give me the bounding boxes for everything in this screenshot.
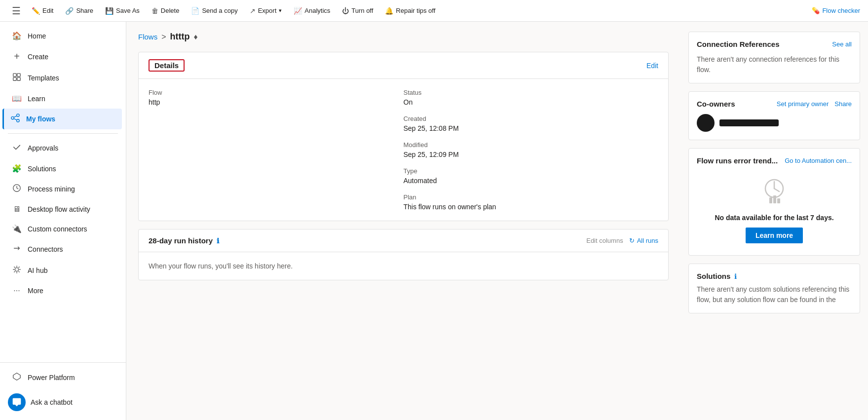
diamond-icon[interactable]: ♦ xyxy=(194,33,198,41)
edit-columns-button[interactable]: Edit columns xyxy=(586,237,623,244)
run-history-title: 28-day run history ℹ xyxy=(149,236,219,245)
toolbar: ☰ ✏️ Edit 🔗 Share 💾 Save As 🗑 Delete 📄 S… xyxy=(0,0,868,22)
see-all-button[interactable]: See all xyxy=(832,40,852,48)
automation-center-link[interactable]: Go to Automation cen... xyxy=(785,157,852,164)
set-primary-owner-button[interactable]: Set primary owner xyxy=(777,100,829,108)
connectors-icon xyxy=(12,244,22,255)
turn-off-icon: ⏻ xyxy=(342,7,349,15)
svg-rect-12 xyxy=(769,197,772,203)
modified-field: Modified Sep 25, 12:09 PM xyxy=(404,141,659,158)
run-info-icon[interactable]: ℹ xyxy=(217,237,219,245)
export-chevron-icon: ▾ xyxy=(279,7,282,14)
export-button[interactable]: ↗ Export ▾ xyxy=(245,4,287,18)
details-body: Flow http Status On Created Sep 25, 12:0… xyxy=(139,79,668,221)
create-icon: + xyxy=(12,51,22,62)
sidebar-item-my-flows[interactable]: My flows xyxy=(2,109,122,129)
sidebar-item-create[interactable]: + Create xyxy=(4,46,122,67)
svg-line-8 xyxy=(14,118,16,120)
no-data-text: No data available for the last 7 days. xyxy=(715,214,833,222)
breadcrumb-current-flow: htttp xyxy=(170,32,190,42)
details-header: Details Edit xyxy=(139,52,668,79)
plan-label: Plan xyxy=(404,193,659,201)
sidebar-item-ai-hub[interactable]: AI hub xyxy=(4,260,122,281)
home-icon: 🏠 xyxy=(12,31,22,40)
my-flows-icon xyxy=(10,114,20,124)
send-copy-button[interactable]: 📄 Send a copy xyxy=(186,4,242,18)
svg-rect-3 xyxy=(17,77,20,80)
sidebar-bottom: Power Platform Ask a chatbot xyxy=(0,362,126,420)
type-field: Type Automated xyxy=(404,167,659,185)
sidebar-item-desktop-flow-activity[interactable]: 🖥 Desktop flow activity xyxy=(4,200,122,219)
sidebar-item-process-mining[interactable]: Process mining xyxy=(4,179,122,199)
created-value: Sep 25, 12:08 PM xyxy=(404,124,659,132)
chart-placeholder-icon xyxy=(760,177,788,210)
sidebar-item-connectors[interactable]: Connectors xyxy=(4,239,122,260)
sidebar-item-templates[interactable]: Templates xyxy=(4,68,122,88)
type-value: Automated xyxy=(404,177,659,185)
run-history-actions: Edit columns ↻ All runs xyxy=(586,237,658,244)
sidebar-item-power-platform[interactable]: Power Platform xyxy=(4,367,122,388)
status-field: Status On xyxy=(404,89,659,106)
save-as-button[interactable]: 💾 Save As xyxy=(100,4,145,18)
run-history-title-text: 28-day run history xyxy=(149,236,213,245)
svg-rect-0 xyxy=(13,74,16,76)
learn-icon: 📖 xyxy=(12,94,22,103)
turn-off-button[interactable]: ⏻ Turn off xyxy=(337,4,378,18)
edit-button[interactable]: ✏️ Edit xyxy=(27,4,58,18)
refresh-icon: ↻ xyxy=(629,237,635,244)
right-panel: Connection References See all There aren… xyxy=(680,22,868,420)
delete-button[interactable]: 🗑 Delete xyxy=(147,4,185,18)
chatbot-button[interactable]: Ask a chatbot xyxy=(0,388,126,416)
svg-point-4 xyxy=(11,116,14,119)
error-trend-header: Flow runs error trend... Go to Automatio… xyxy=(697,156,852,165)
details-right: Status On Created Sep 25, 12:08 PM Modif… xyxy=(404,89,659,211)
custom-connectors-icon: 🔌 xyxy=(12,224,22,233)
sidebar-item-approvals[interactable]: Approvals xyxy=(4,138,122,158)
flow-checker-button[interactable]: 💊 Flow checker xyxy=(812,7,860,14)
svg-rect-13 xyxy=(773,195,776,203)
solutions-info-icon[interactable]: ℹ xyxy=(734,272,737,280)
svg-rect-2 xyxy=(13,77,16,80)
hamburger-button[interactable]: ☰ xyxy=(8,1,25,21)
breadcrumb-separator: > xyxy=(161,33,166,41)
details-edit-button[interactable]: Edit xyxy=(646,62,658,70)
sidebar-item-solutions[interactable]: 🧩 Solutions xyxy=(4,159,122,178)
run-history-header: 28-day run history ℹ Edit columns ↻ All … xyxy=(139,229,668,252)
plan-value: This flow runs on owner's plan xyxy=(404,203,659,211)
svg-point-6 xyxy=(17,119,19,122)
status-label: Status xyxy=(404,89,659,96)
sidebar-item-custom-connectors[interactable]: 🔌 Custom connectors xyxy=(4,219,122,238)
all-runs-button[interactable]: ↻ All runs xyxy=(629,237,658,244)
sidebar-item-home[interactable]: 🏠 Home xyxy=(4,26,122,45)
solutions-title: Solutions xyxy=(697,272,730,280)
modified-label: Modified xyxy=(404,141,659,149)
error-trend-title: Flow runs error trend... xyxy=(697,156,778,165)
co-owner-name xyxy=(719,119,779,126)
analytics-icon: 📈 xyxy=(294,7,302,15)
learn-more-button[interactable]: Learn more xyxy=(746,228,803,243)
templates-icon xyxy=(12,73,22,83)
repair-tips-button[interactable]: 🔔 Repair tips off xyxy=(380,4,440,18)
created-field: Created Sep 25, 12:08 PM xyxy=(404,115,659,132)
share-button[interactable]: 🔗 Share xyxy=(60,4,98,18)
sidebar-item-learn[interactable]: 📖 Learn xyxy=(4,89,122,108)
sidebar: 🏠 Home + Create Templates 📖 Learn xyxy=(0,22,126,420)
approvals-icon xyxy=(12,143,22,153)
delete-icon: 🗑 xyxy=(151,7,158,15)
chatbot-icon xyxy=(8,393,26,411)
bell-icon: 🔔 xyxy=(385,7,393,15)
modified-value: Sep 25, 12:09 PM xyxy=(404,151,659,158)
connection-references-card: Connection References See all There aren… xyxy=(688,32,860,83)
breadcrumb: Flows > htttp ♦ xyxy=(138,32,669,42)
sidebar-item-more[interactable]: ··· More xyxy=(4,281,122,300)
co-owners-title: Co-owners xyxy=(697,100,735,108)
breadcrumb-flows-link[interactable]: Flows xyxy=(138,33,157,41)
co-owners-share-button[interactable]: Share xyxy=(834,100,852,108)
co-owner-item xyxy=(697,114,852,132)
desktop-icon: 🖥 xyxy=(12,205,22,214)
solutions-card: Solutions ℹ There aren't any custom solu… xyxy=(688,264,860,313)
co-owners-header: Co-owners Set primary owner Share xyxy=(697,100,852,108)
svg-point-10 xyxy=(15,267,18,271)
analytics-button[interactable]: 📈 Analytics xyxy=(289,4,335,18)
sidebar-divider xyxy=(8,133,118,134)
